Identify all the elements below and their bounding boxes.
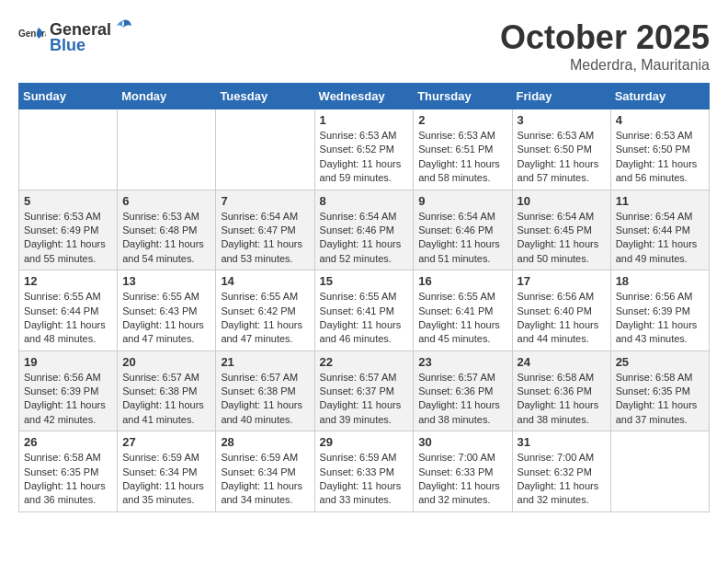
page-header: General General Blue October 2025 Mederd… [18, 18, 710, 74]
day-number: 8 [320, 194, 409, 208]
calendar-cell: 12Sunrise: 6:55 AM Sunset: 6:44 PM Dayli… [19, 270, 118, 351]
logo-icon: General [18, 26, 46, 48]
calendar-cell: 13Sunrise: 6:55 AM Sunset: 6:43 PM Dayli… [118, 270, 216, 351]
calendar-cell: 10Sunrise: 6:54 AM Sunset: 6:45 PM Dayli… [512, 190, 610, 270]
weekday-header-wednesday: Wednesday [314, 84, 414, 109]
day-number: 19 [24, 355, 112, 369]
calendar-cell: 15Sunrise: 6:55 AM Sunset: 6:41 PM Dayli… [314, 270, 414, 351]
day-number: 21 [221, 355, 309, 369]
day-number: 24 [518, 355, 606, 369]
day-number: 13 [122, 274, 210, 288]
weekday-header-friday: Friday [512, 84, 610, 109]
calendar-week-row: 26Sunrise: 6:58 AM Sunset: 6:35 PM Dayli… [19, 431, 710, 512]
day-info: Sunrise: 6:56 AM Sunset: 6:40 PM Dayligh… [518, 290, 606, 347]
day-number: 12 [24, 274, 112, 288]
day-number: 23 [418, 355, 506, 369]
calendar-table: SundayMondayTuesdayWednesdayThursdayFrid… [18, 83, 710, 512]
day-info: Sunrise: 6:53 AM Sunset: 6:48 PM Dayligh… [122, 210, 210, 267]
day-info: Sunrise: 6:59 AM Sunset: 6:34 PM Dayligh… [221, 451, 309, 508]
day-info: Sunrise: 7:00 AM Sunset: 6:32 PM Dayligh… [518, 451, 606, 508]
logo-bird-icon [113, 18, 133, 35]
calendar-week-row: 1Sunrise: 6:53 AM Sunset: 6:52 PM Daylig… [19, 109, 710, 190]
day-info: Sunrise: 6:58 AM Sunset: 6:35 PM Dayligh… [24, 451, 112, 508]
day-info: Sunrise: 6:57 AM Sunset: 6:37 PM Dayligh… [320, 371, 409, 428]
calendar-week-row: 19Sunrise: 6:56 AM Sunset: 6:39 PM Dayli… [19, 350, 710, 431]
day-number: 22 [320, 355, 409, 369]
day-info: Sunrise: 6:56 AM Sunset: 6:39 PM Dayligh… [616, 290, 704, 347]
calendar-cell: 22Sunrise: 6:57 AM Sunset: 6:37 PM Dayli… [314, 350, 414, 431]
day-info: Sunrise: 6:56 AM Sunset: 6:39 PM Dayligh… [24, 371, 112, 428]
day-info: Sunrise: 6:54 AM Sunset: 6:45 PM Dayligh… [518, 210, 606, 267]
day-number: 17 [518, 274, 606, 288]
day-info: Sunrise: 6:59 AM Sunset: 6:33 PM Dayligh… [320, 451, 409, 508]
title-block: October 2025 Mederdra, Mauritania [500, 18, 710, 74]
calendar-cell: 31Sunrise: 7:00 AM Sunset: 6:32 PM Dayli… [512, 431, 610, 512]
day-info: Sunrise: 6:53 AM Sunset: 6:51 PM Dayligh… [418, 129, 506, 186]
day-info: Sunrise: 6:54 AM Sunset: 6:46 PM Dayligh… [320, 210, 409, 267]
day-number: 2 [418, 113, 506, 127]
weekday-header-saturday: Saturday [610, 84, 709, 109]
day-info: Sunrise: 6:53 AM Sunset: 6:52 PM Dayligh… [320, 129, 409, 186]
calendar-cell [19, 109, 118, 190]
calendar-cell: 24Sunrise: 6:58 AM Sunset: 6:36 PM Dayli… [512, 350, 610, 431]
day-info: Sunrise: 6:58 AM Sunset: 6:36 PM Dayligh… [518, 371, 606, 428]
weekday-header-thursday: Thursday [414, 84, 512, 109]
calendar-week-row: 12Sunrise: 6:55 AM Sunset: 6:44 PM Dayli… [19, 270, 710, 351]
day-number: 29 [320, 435, 409, 449]
calendar-cell: 25Sunrise: 6:58 AM Sunset: 6:35 PM Dayli… [610, 350, 709, 431]
day-info: Sunrise: 6:57 AM Sunset: 6:38 PM Dayligh… [221, 371, 309, 428]
calendar-cell: 8Sunrise: 6:54 AM Sunset: 6:46 PM Daylig… [314, 190, 414, 270]
day-info: Sunrise: 6:54 AM Sunset: 6:44 PM Dayligh… [616, 210, 704, 267]
weekday-header-tuesday: Tuesday [216, 84, 314, 109]
day-info: Sunrise: 6:54 AM Sunset: 6:47 PM Dayligh… [221, 210, 309, 267]
day-number: 26 [24, 435, 112, 449]
calendar-cell: 6Sunrise: 6:53 AM Sunset: 6:48 PM Daylig… [118, 190, 216, 270]
day-number: 14 [221, 274, 309, 288]
calendar-cell: 30Sunrise: 7:00 AM Sunset: 6:33 PM Dayli… [414, 431, 512, 512]
calendar-cell [118, 109, 216, 190]
day-info: Sunrise: 6:53 AM Sunset: 6:50 PM Dayligh… [616, 129, 704, 186]
calendar-header-row: SundayMondayTuesdayWednesdayThursdayFrid… [19, 84, 710, 109]
day-number: 3 [518, 113, 606, 127]
day-number: 1 [320, 113, 409, 127]
calendar-cell: 16Sunrise: 6:55 AM Sunset: 6:41 PM Dayli… [414, 270, 512, 351]
day-number: 6 [122, 194, 210, 208]
day-info: Sunrise: 6:57 AM Sunset: 6:38 PM Dayligh… [122, 371, 210, 428]
day-number: 11 [616, 194, 704, 208]
day-number: 18 [616, 274, 704, 288]
calendar-cell: 3Sunrise: 6:53 AM Sunset: 6:50 PM Daylig… [512, 109, 610, 190]
month-title: October 2025 [500, 18, 710, 57]
day-number: 15 [320, 274, 409, 288]
day-info: Sunrise: 6:55 AM Sunset: 6:42 PM Dayligh… [221, 290, 309, 347]
day-info: Sunrise: 6:55 AM Sunset: 6:44 PM Dayligh… [24, 290, 112, 347]
day-info: Sunrise: 6:55 AM Sunset: 6:41 PM Dayligh… [320, 290, 409, 347]
day-number: 10 [518, 194, 606, 208]
calendar-week-row: 5Sunrise: 6:53 AM Sunset: 6:49 PM Daylig… [19, 190, 710, 270]
day-info: Sunrise: 7:00 AM Sunset: 6:33 PM Dayligh… [418, 451, 506, 508]
calendar-cell: 19Sunrise: 6:56 AM Sunset: 6:39 PM Dayli… [19, 350, 118, 431]
calendar-cell: 28Sunrise: 6:59 AM Sunset: 6:34 PM Dayli… [216, 431, 314, 512]
day-info: Sunrise: 6:54 AM Sunset: 6:46 PM Dayligh… [418, 210, 506, 267]
calendar-cell: 11Sunrise: 6:54 AM Sunset: 6:44 PM Dayli… [610, 190, 709, 270]
calendar-cell: 20Sunrise: 6:57 AM Sunset: 6:38 PM Dayli… [118, 350, 216, 431]
day-number: 31 [518, 435, 606, 449]
day-info: Sunrise: 6:58 AM Sunset: 6:35 PM Dayligh… [616, 371, 704, 428]
calendar-cell: 1Sunrise: 6:53 AM Sunset: 6:52 PM Daylig… [314, 109, 414, 190]
day-number: 7 [221, 194, 309, 208]
day-number: 25 [616, 355, 704, 369]
calendar-cell: 17Sunrise: 6:56 AM Sunset: 6:40 PM Dayli… [512, 270, 610, 351]
day-info: Sunrise: 6:57 AM Sunset: 6:36 PM Dayligh… [418, 371, 506, 428]
calendar-cell: 21Sunrise: 6:57 AM Sunset: 6:38 PM Dayli… [216, 350, 314, 431]
location-title: Mederdra, Mauritania [500, 57, 710, 74]
day-number: 20 [122, 355, 210, 369]
calendar-cell: 5Sunrise: 6:53 AM Sunset: 6:49 PM Daylig… [19, 190, 118, 270]
day-info: Sunrise: 6:55 AM Sunset: 6:43 PM Dayligh… [122, 290, 210, 347]
logo: General General Blue [18, 18, 133, 55]
day-number: 30 [418, 435, 506, 449]
day-number: 28 [221, 435, 309, 449]
day-number: 27 [122, 435, 210, 449]
calendar-cell: 27Sunrise: 6:59 AM Sunset: 6:34 PM Dayli… [118, 431, 216, 512]
calendar-cell: 23Sunrise: 6:57 AM Sunset: 6:36 PM Dayli… [414, 350, 512, 431]
day-number: 5 [24, 194, 112, 208]
weekday-header-monday: Monday [118, 84, 216, 109]
